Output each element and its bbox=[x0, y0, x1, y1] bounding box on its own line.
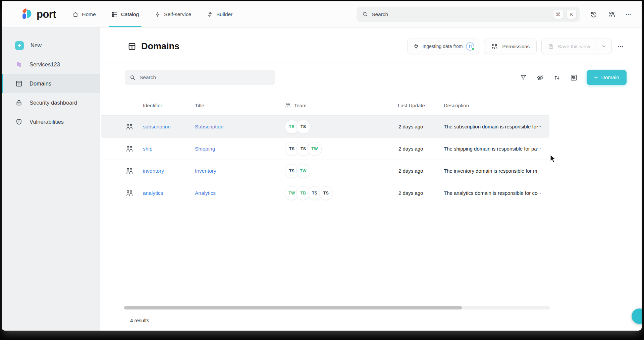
col-team[interactable]: Team bbox=[285, 102, 398, 109]
nav-catalog-label: Catalog bbox=[121, 11, 139, 17]
sidebar-item-security-dashboard[interactable]: Security dashboard bbox=[2, 93, 100, 112]
integration-logo-badge: H bbox=[466, 42, 474, 51]
table-icon bbox=[127, 42, 137, 51]
title-link[interactable]: Shipping bbox=[195, 146, 285, 152]
port-logo-icon bbox=[21, 8, 33, 21]
sidebar-item-services123[interactable]: Services123 bbox=[2, 55, 100, 74]
lock-icon bbox=[15, 99, 23, 107]
group-by-icon[interactable] bbox=[570, 74, 578, 81]
row-actions-button[interactable]: ••• bbox=[537, 191, 549, 194]
team-cell: TS TW bbox=[285, 164, 398, 178]
col-title[interactable]: Title bbox=[195, 103, 285, 108]
last-update-cell: 2 days ago bbox=[398, 168, 444, 174]
toolbar-icons bbox=[520, 74, 578, 81]
description-cell: The subscription domain is responsible f… bbox=[444, 124, 537, 129]
ingesting-data-label: Ingesting data from bbox=[423, 44, 463, 49]
description-cell: The analytics domain is responsible for … bbox=[444, 190, 537, 196]
team-avatar: TW bbox=[308, 142, 322, 156]
title-link[interactable]: Subscription bbox=[195, 124, 285, 130]
entity-group-icon bbox=[125, 123, 133, 131]
nav-catalog[interactable]: Catalog bbox=[111, 1, 139, 27]
nav-builder-label: Builder bbox=[216, 11, 232, 17]
nav-home[interactable]: Home bbox=[72, 1, 96, 27]
users-icon bbox=[491, 43, 498, 50]
page-actions: Ingesting data from H Permissions bbox=[407, 39, 624, 54]
horizontal-scrollbar-thumb[interactable] bbox=[124, 306, 462, 309]
team-avatar: TS bbox=[319, 186, 333, 200]
mouse-cursor bbox=[549, 154, 557, 163]
title-link[interactable]: Inventory bbox=[195, 168, 285, 174]
catalog-icon bbox=[111, 11, 118, 18]
nav-builder[interactable]: Builder bbox=[207, 1, 232, 27]
col-description[interactable]: Description bbox=[444, 103, 537, 108]
save-view-button[interactable]: Save this view bbox=[542, 39, 596, 54]
team-avatar: TW bbox=[296, 164, 310, 178]
search-icon bbox=[129, 74, 136, 81]
topbar-more-button[interactable]: ••• bbox=[626, 13, 632, 16]
history-icon[interactable] bbox=[590, 10, 598, 18]
sidebar-item-domains[interactable]: Domains bbox=[2, 74, 100, 93]
last-update-cell: 2 days ago bbox=[398, 146, 444, 152]
global-search[interactable]: ⌘ K bbox=[357, 7, 580, 22]
save-view-label: Save this view bbox=[558, 44, 590, 49]
sidebar: + New Services123 Domains bbox=[2, 27, 100, 331]
identifier-link[interactable]: analytics bbox=[143, 190, 195, 196]
identifier-link[interactable]: subscription bbox=[143, 124, 195, 130]
results-count: 4 results bbox=[130, 318, 642, 323]
hide-columns-icon[interactable] bbox=[536, 74, 544, 81]
sidebar-item-vulnerabilities[interactable]: Vulnerabilities bbox=[2, 112, 100, 131]
col-last-update[interactable]: Last Update bbox=[398, 103, 444, 108]
add-domain-label: Domain bbox=[601, 74, 619, 80]
port-logo[interactable]: port bbox=[21, 1, 56, 27]
save-view-dropdown-button[interactable] bbox=[596, 39, 611, 54]
filter-icon[interactable] bbox=[520, 74, 527, 81]
save-view-group: Save this view bbox=[541, 39, 612, 54]
team-cell: TW TB TS TS bbox=[285, 186, 398, 200]
gear-icon bbox=[207, 11, 213, 18]
status-dot bbox=[471, 47, 475, 51]
team-icon bbox=[285, 102, 291, 109]
permissions-button[interactable]: Permissions bbox=[484, 39, 537, 54]
nav-self-service[interactable]: Self-service bbox=[154, 1, 191, 27]
team-cell: TB TS bbox=[285, 120, 398, 134]
entity-group-icon bbox=[125, 145, 133, 153]
save-icon bbox=[548, 43, 554, 50]
page-head: Domains Ingesting data from H bbox=[100, 27, 642, 63]
table-header: Identifier Title Team Last Update Descri… bbox=[101, 96, 549, 116]
global-search-input[interactable] bbox=[372, 11, 550, 17]
col-identifier[interactable]: Identifier bbox=[143, 103, 195, 108]
chevron-down-icon bbox=[601, 43, 607, 49]
page-title-text: Domains bbox=[141, 41, 179, 52]
row-actions-button[interactable]: ••• bbox=[537, 169, 549, 172]
app-window: port Home Catalog Sel bbox=[2, 1, 642, 331]
topbar-right: ⌘ K ••• bbox=[357, 1, 632, 27]
page-more-button[interactable]: ••• bbox=[618, 45, 624, 48]
table-row[interactable]: ship Shipping TS TS TW 2 days ago The sh… bbox=[101, 138, 549, 160]
sort-icon[interactable] bbox=[553, 74, 561, 81]
domains-table: Identifier Title Team Last Update Descri… bbox=[101, 96, 549, 204]
team-cell: TS TS TW bbox=[285, 142, 398, 156]
shell: + New Services123 Domains bbox=[2, 27, 642, 331]
row-actions-button[interactable]: ••• bbox=[537, 147, 549, 150]
table-row[interactable]: subscription Subscription TB TS 2 days a… bbox=[101, 116, 549, 138]
last-update-cell: 2 days ago bbox=[398, 190, 444, 196]
plus-square-icon: + bbox=[15, 41, 24, 50]
table-search-input[interactable] bbox=[140, 74, 270, 80]
sidebar-item-vulnerabilities-label: Vulnerabilities bbox=[30, 119, 64, 125]
identifier-link[interactable]: inventory bbox=[143, 168, 195, 174]
last-update-cell: 2 days ago bbox=[398, 124, 444, 129]
sidebar-item-new[interactable]: + New bbox=[2, 36, 100, 55]
row-actions-button[interactable]: ••• bbox=[537, 125, 549, 128]
nav-self-service-label: Self-service bbox=[164, 11, 191, 17]
ingesting-data-button[interactable]: Ingesting data from H bbox=[407, 39, 480, 54]
title-link[interactable]: Analytics bbox=[195, 190, 285, 196]
add-domain-button[interactable]: + Domain bbox=[587, 70, 627, 85]
org-users-icon[interactable] bbox=[608, 10, 616, 18]
sidebar-item-new-label: New bbox=[31, 42, 42, 49]
identifier-link[interactable]: ship bbox=[143, 146, 195, 152]
table-toolbar: + Domain bbox=[100, 63, 642, 92]
table-row[interactable]: inventory Inventory TS TW 2 days ago The… bbox=[101, 160, 549, 182]
home-icon bbox=[72, 11, 79, 18]
table-search[interactable] bbox=[125, 70, 275, 85]
table-row[interactable]: analytics Analytics TW TB TS TS 2 days a… bbox=[101, 182, 549, 204]
